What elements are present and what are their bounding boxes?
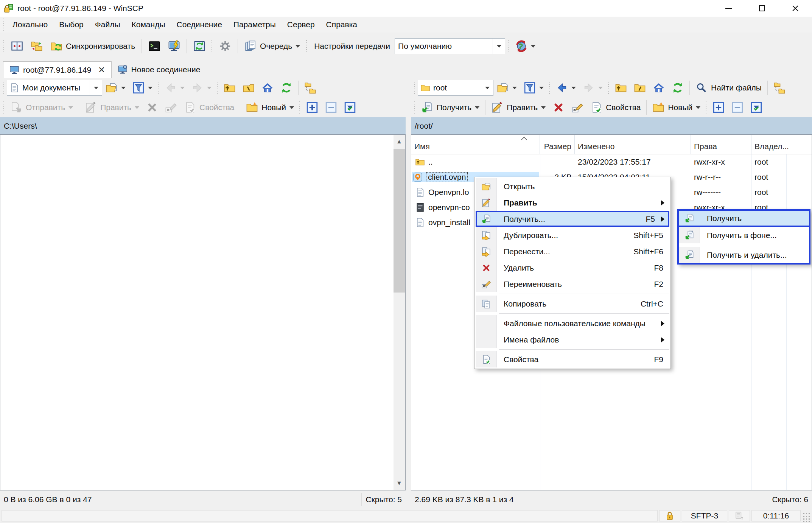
right-unselect-button[interactable] — [728, 98, 747, 117]
menu-server[interactable]: Сервер — [282, 17, 320, 33]
left-forward-button[interactable] — [188, 79, 215, 97]
left-drive-combobox[interactable]: Мои документы — [7, 80, 102, 96]
upload-button[interactable]: Отправить — [7, 98, 76, 117]
right-back-button[interactable] — [552, 79, 579, 97]
right-forward-button[interactable] — [579, 79, 606, 97]
left-home-directory-button[interactable] — [258, 79, 277, 97]
refresh-session-button[interactable] — [190, 37, 209, 55]
right-edit-button[interactable]: Править — [488, 98, 549, 117]
menu-item-delete[interactable]: Удалить F8 — [476, 260, 669, 276]
right-select-button[interactable] — [709, 98, 728, 117]
toggle-panels-button[interactable] — [8, 37, 26, 55]
toolbar-grip[interactable] — [705, 101, 708, 114]
right-open-directory-button[interactable] — [493, 79, 520, 97]
preferences-button[interactable] — [216, 37, 235, 55]
menu-item-file-names[interactable]: Имена файлов — [476, 332, 669, 348]
menu-session[interactable]: Соединение — [171, 17, 227, 33]
menu-item-rename[interactable]: Переименовать F2 — [476, 276, 669, 292]
transfer-preset-dropdown-button[interactable] — [493, 39, 505, 54]
menu-mark[interactable]: Выбор — [53, 17, 89, 33]
right-select-all-button[interactable] — [747, 98, 766, 117]
left-select-all-button[interactable] — [341, 98, 359, 117]
download-button[interactable]: Получить — [418, 98, 483, 117]
toolbar-grip[interactable] — [157, 81, 160, 95]
column-header-modified[interactable]: Изменено — [575, 135, 691, 154]
left-parent-directory-button[interactable] — [220, 79, 239, 97]
toolbar-grip[interactable] — [607, 81, 610, 95]
menu-item-copy[interactable]: Копировать Ctrl+C — [476, 296, 669, 312]
left-delete-button[interactable] — [143, 98, 162, 117]
open-terminal-button[interactable] — [145, 37, 164, 55]
transfer-options-button[interactable] — [512, 37, 539, 55]
toolbar-grip[interactable] — [3, 39, 6, 53]
right-delete-button[interactable] — [549, 98, 568, 117]
left-edit-button[interactable]: Править — [81, 98, 143, 117]
menu-item-edit[interactable]: Править — [476, 195, 669, 211]
menu-options[interactable]: Параметры — [228, 17, 282, 33]
toolbar-grip[interactable] — [299, 101, 302, 114]
right-home-directory-button[interactable] — [649, 79, 668, 97]
submenu-item-download[interactable]: Получить — [679, 211, 809, 227]
column-header-owner[interactable]: Владел... — [751, 135, 786, 154]
scroll-up-icon[interactable]: ▲ — [394, 135, 405, 148]
menu-files[interactable]: Файлы — [89, 17, 126, 33]
tab-new-session[interactable]: Новое соединение — [112, 61, 207, 78]
submenu-item-download-background[interactable]: Получить в фоне... — [679, 227, 809, 243]
right-root-directory-button[interactable] — [630, 79, 649, 97]
right-refresh-button[interactable] — [668, 79, 687, 97]
left-tree-button[interactable] — [301, 79, 320, 97]
left-new-button[interactable]: Новый — [243, 98, 297, 117]
right-path-bar[interactable]: /root/ — [411, 117, 812, 135]
toolbar-grip[interactable] — [216, 81, 219, 95]
menu-local[interactable]: Локально — [7, 17, 53, 33]
transfer-preset-combobox[interactable]: По умолчанию — [395, 38, 505, 54]
toolbar-grip[interactable] — [414, 101, 417, 114]
tab-close-icon[interactable]: ✕ — [98, 65, 105, 75]
left-unselect-button[interactable] — [322, 98, 341, 117]
left-rename-button[interactable] — [162, 98, 180, 117]
left-refresh-button[interactable] — [277, 79, 296, 97]
menu-commands[interactable]: Команды — [126, 17, 171, 33]
right-filter-button[interactable] — [520, 79, 547, 97]
menu-item-download[interactable]: Получить... F5 — [476, 211, 669, 227]
maximize-button[interactable] — [745, 0, 779, 17]
synchronize-button[interactable]: Синхронизировать — [47, 37, 138, 55]
right-parent-directory-button[interactable] — [611, 79, 630, 97]
menu-item-open[interactable]: Открыть — [476, 178, 669, 195]
menu-item-move[interactable]: Перенести... Shift+F6 — [476, 243, 669, 260]
menu-item-properties[interactable]: Свойства F9 — [476, 351, 669, 367]
toolbar-grip[interactable] — [305, 39, 308, 53]
scrollbar-thumb[interactable] — [394, 149, 405, 293]
left-root-directory-button[interactable] — [239, 79, 258, 97]
right-status-hidden[interactable]: Скрыто: 6 — [768, 493, 812, 506]
connection-cell[interactable] — [729, 510, 750, 521]
right-drive-dropdown-button[interactable] — [481, 80, 493, 95]
synchronize-browsing-button[interactable] — [27, 37, 46, 55]
queue-button[interactable]: Очередь — [241, 37, 303, 55]
toolbar-grip[interactable] — [3, 81, 6, 95]
resize-grip[interactable] — [802, 512, 810, 523]
toolbar-grip[interactable] — [211, 39, 214, 53]
right-properties-button[interactable]: Свойства — [587, 98, 644, 117]
toolbar-grip[interactable] — [3, 101, 6, 114]
left-drive-dropdown-button[interactable] — [90, 80, 102, 95]
tab-session-root[interactable]: root@77.91.86.149 ✕ — [3, 61, 112, 78]
toolbar-grip[interactable] — [548, 81, 551, 95]
left-back-button[interactable] — [161, 79, 188, 97]
menu-help[interactable]: Справка — [320, 17, 363, 33]
toolbar-grip[interactable] — [3, 18, 6, 31]
encryption-cell[interactable] — [659, 510, 680, 521]
left-filter-button[interactable] — [129, 79, 156, 97]
right-rename-button[interactable] — [568, 98, 587, 117]
left-panel-scrollbar[interactable]: ▲ ▼ — [394, 135, 405, 490]
toolbar-grip[interactable] — [507, 39, 510, 53]
column-header-rights[interactable]: Права — [691, 135, 751, 154]
menu-item-custom-commands[interactable]: Файловые пользовательские команды — [476, 315, 669, 332]
scroll-down-icon[interactable]: ▼ — [394, 477, 405, 490]
left-properties-button[interactable]: Свойства — [180, 98, 238, 117]
column-header-size[interactable]: Размер — [540, 135, 575, 154]
open-putty-button[interactable] — [165, 37, 184, 55]
submenu-item-download-and-delete[interactable]: Получить и удалить... — [679, 247, 809, 263]
toolbar-grip[interactable] — [414, 81, 417, 95]
left-status-hidden[interactable]: Скрыто: 5 — [361, 493, 406, 506]
